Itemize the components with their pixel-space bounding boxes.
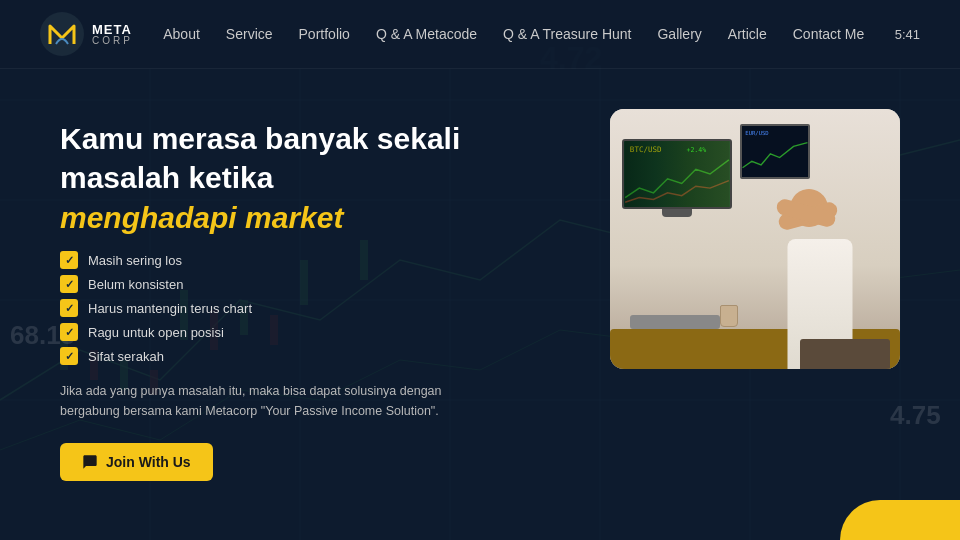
hero-title-line1: Kamu merasa banyak sekali — [60, 122, 460, 155]
nav-qa-treasure[interactable]: Q & A Treasure Hunt — [503, 26, 631, 42]
monitor-screen: BTC/USD +2.4% — [622, 139, 732, 209]
checklist-label-5: Sifat serakah — [88, 349, 164, 364]
nav-qa-metacode[interactable]: Q & A Metacode — [376, 26, 477, 42]
svg-point-20 — [40, 12, 84, 56]
checklist-item-3: Harus mantengin terus chart — [60, 299, 570, 317]
hero-image: BTC/USD +2.4% — [610, 109, 900, 369]
hero-content: Kamu merasa banyak sekali masalah ketika… — [60, 109, 570, 481]
navbar: META CORP About Service Portfolio Q & A … — [0, 0, 960, 69]
logo-corp: CORP — [92, 36, 133, 46]
keyboard — [630, 315, 720, 329]
checklist-item-4: Ragu untuk open posisi — [60, 323, 570, 341]
nav-contact[interactable]: Contact Me — [793, 26, 865, 42]
second-monitor: EUR/USD — [740, 124, 810, 179]
checklist-label-1: Masih sering los — [88, 253, 182, 268]
svg-text:+2.4%: +2.4% — [686, 146, 706, 154]
svg-text:BTC/USD: BTC/USD — [630, 145, 662, 154]
bottom-gold-accent — [840, 500, 960, 540]
checklist-item-5: Sifat serakah — [60, 347, 570, 365]
checklist-label-4: Ragu untuk open posisi — [88, 325, 224, 340]
chat-icon — [82, 454, 98, 470]
hero-title-line2: masalah ketika — [60, 161, 273, 194]
checklist-item-2: Belum konsisten — [60, 275, 570, 293]
logo-meta: META — [92, 23, 133, 36]
chart-display: BTC/USD +2.4% — [624, 141, 730, 207]
check-icon-4 — [60, 323, 78, 341]
hero-image-sim: BTC/USD +2.4% — [610, 109, 900, 369]
hero-image-area: BTC/USD +2.4% — [610, 109, 900, 369]
join-button-label: Join With Us — [106, 454, 191, 470]
hero-section: Kamu merasa banyak sekali masalah ketika… — [0, 69, 960, 540]
svg-rect-21 — [625, 141, 729, 207]
nav-article[interactable]: Article — [728, 26, 767, 42]
check-icon-2 — [60, 275, 78, 293]
join-button[interactable]: Join With Us — [60, 443, 213, 481]
chair — [800, 339, 890, 369]
logo-text: META CORP — [92, 23, 133, 46]
nav-gallery[interactable]: Gallery — [657, 26, 701, 42]
checklist-item-1: Masih sering los — [60, 251, 570, 269]
checklist-label-3: Harus mantengin terus chart — [88, 301, 252, 316]
metacorp-logo-icon — [40, 12, 84, 56]
hero-title: Kamu merasa banyak sekali masalah ketika — [60, 119, 570, 197]
hero-accent: menghadapi market — [60, 201, 570, 235]
hero-description: Jika ada yang punya masalah itu, maka bi… — [60, 381, 490, 421]
nav-portfolio[interactable]: Portfolio — [299, 26, 350, 42]
monitor: BTC/USD +2.4% — [622, 139, 732, 219]
logo: META CORP — [40, 12, 133, 56]
monitor-stand — [662, 209, 692, 217]
check-icon-5 — [60, 347, 78, 365]
check-icon-3 — [60, 299, 78, 317]
nav-links: About Service Portfolio Q & A Metacode Q… — [163, 26, 864, 42]
checklist: Masih sering los Belum konsisten Harus m… — [60, 251, 570, 365]
nav-service[interactable]: Service — [226, 26, 273, 42]
svg-text:EUR/USD: EUR/USD — [745, 130, 768, 136]
coffee-cup — [720, 305, 738, 327]
nav-time: 5:41 — [895, 27, 920, 42]
checklist-label-2: Belum konsisten — [88, 277, 183, 292]
check-icon-1 — [60, 251, 78, 269]
nav-about[interactable]: About — [163, 26, 200, 42]
second-chart: EUR/USD — [742, 126, 808, 177]
